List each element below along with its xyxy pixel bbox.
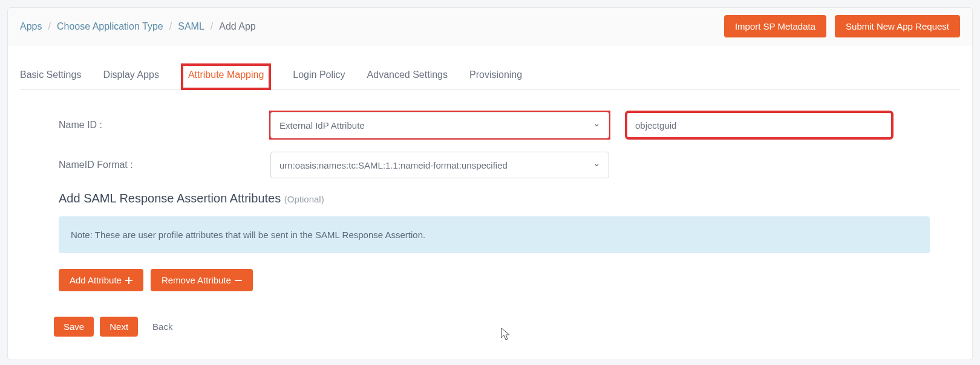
remove-attribute-label: Remove Attribute [162, 275, 231, 285]
name-id-row: Name ID : External IdP Attribute [59, 112, 930, 138]
back-button[interactable]: Back [144, 315, 181, 338]
name-id-attribute-input[interactable] [626, 112, 892, 138]
tab-basic-settings[interactable]: Basic Settings [20, 63, 81, 89]
plus-icon [125, 277, 132, 284]
add-attribute-label: Add Attribute [70, 275, 122, 285]
nameid-format-select-wrap: urn:oasis:names:tc:SAML:1.1:nameid-forma… [270, 152, 609, 178]
section-title: Add SAML Response Assertion Attributes (… [59, 192, 930, 205]
breadcrumb-apps[interactable]: Apps [20, 21, 42, 32]
breadcrumb-separator: / [48, 21, 50, 32]
name-id-select-wrap: External IdP Attribute [270, 112, 609, 138]
breadcrumb-current: Add App [219, 21, 256, 32]
minus-icon [235, 277, 242, 284]
breadcrumb-separator: / [211, 21, 213, 32]
content-area: Name ID : External IdP Attribute NameID … [8, 90, 972, 360]
tabs-container: Basic Settings Display Apps Attribute Ma… [8, 45, 972, 90]
save-button[interactable]: Save [54, 317, 94, 337]
breadcrumb-separator: / [169, 21, 172, 32]
header-buttons: Import SP Metadata Submit New App Reques… [724, 15, 960, 37]
tab-login-policy[interactable]: Login Policy [293, 63, 345, 89]
section-title-text: Add SAML Response Assertion Attributes [59, 192, 281, 205]
attribute-buttons-row: Add Attribute Remove Attribute [59, 269, 930, 291]
breadcrumb-choose-type[interactable]: Choose Application Type [57, 21, 163, 32]
tab-attribute-mapping[interactable]: Attribute Mapping [181, 63, 271, 90]
name-id-label: Name ID : [59, 120, 270, 131]
tab-display-apps[interactable]: Display Apps [103, 63, 159, 89]
submit-new-app-request-button[interactable]: Submit New App Request [835, 15, 960, 37]
nameid-format-row: NameID Format : urn:oasis:names:tc:SAML:… [59, 152, 930, 178]
name-id-select[interactable]: External IdP Attribute [270, 112, 609, 138]
remove-attribute-button[interactable]: Remove Attribute [151, 269, 253, 291]
section-optional: (Optional) [284, 194, 324, 204]
nameid-format-select[interactable]: urn:oasis:names:tc:SAML:1.1:nameid-forma… [270, 152, 609, 178]
footer-buttons: Save Next Back [54, 315, 930, 338]
add-attribute-button[interactable]: Add Attribute [59, 269, 143, 291]
header-row: Apps / Choose Application Type / SAML / … [8, 8, 972, 45]
breadcrumb-saml[interactable]: SAML [178, 21, 204, 32]
import-sp-metadata-button[interactable]: Import SP Metadata [724, 15, 826, 37]
tabs: Basic Settings Display Apps Attribute Ma… [20, 45, 960, 90]
breadcrumb: Apps / Choose Application Type / SAML / … [20, 21, 256, 32]
tab-advanced-settings[interactable]: Advanced Settings [367, 63, 448, 89]
note-box: Note: These are user profile attributes … [59, 216, 930, 253]
nameid-format-label: NameID Format : [59, 160, 270, 170]
app-config-card: Apps / Choose Application Type / SAML / … [7, 7, 973, 360]
next-button[interactable]: Next [100, 317, 138, 337]
tab-provisioning[interactable]: Provisioning [469, 63, 522, 89]
